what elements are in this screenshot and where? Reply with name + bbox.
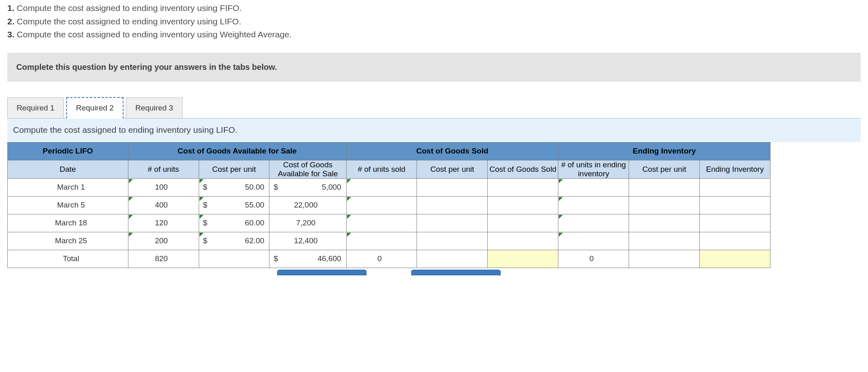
cell-cpu-sold [417,232,488,250]
corner-header: Periodic LIFO [8,142,128,160]
edit-indicator-icon [559,197,563,201]
cell-blank [417,250,488,268]
cell-cost-per-unit-input[interactable]: $60.00 [199,214,269,232]
cell-cpu-sold [417,178,488,196]
instruction-bar: Complete this question by entering your … [7,53,861,82]
edit-indicator-icon [347,197,351,201]
table-row: March 18 120 $60.00 7,200 [8,214,770,232]
cell-blank [199,250,269,268]
edit-indicator-icon [559,215,563,219]
col-ending-inventory: Ending Inventory [700,160,770,178]
cell-ending-inventory [700,232,770,250]
edit-indicator-icon [200,233,204,237]
col-cost-per-unit: Cost per unit [199,160,269,178]
edit-indicator-icon [129,233,133,237]
cell-date: March 18 [8,214,128,232]
cell-date: March 1 [8,178,128,196]
cell-date: March 25 [8,232,128,250]
cell-units-input[interactable]: 200 [128,232,199,250]
prev-button[interactable] [277,270,367,275]
table-total-row: Total 820 $46,600 0 0 [8,250,770,268]
cell-cpu-sold [417,196,488,214]
tabs-row: Required 1 Required 2 Required 3 [7,94,868,118]
cell-total-cogs-available: $46,600 [269,250,346,268]
tab-required-3[interactable]: Required 3 [126,97,182,119]
group-header-ending: Ending Inventory [558,142,770,160]
cell-cogs-available: $5,000 [269,178,346,196]
col-cost-per-unit-end: Cost per unit [629,160,700,178]
cell-ending-inventory [700,196,770,214]
cell-total-label: Total [8,250,128,268]
edit-indicator-icon [200,179,204,183]
cell-cost-per-unit-input[interactable]: $62.00 [199,232,269,250]
cell-total-cogs[interactable] [488,250,558,268]
edit-indicator-icon [200,197,204,201]
cell-cpu-end [629,232,700,250]
cell-total-units: 820 [128,250,199,268]
cell-units-ending-input[interactable] [558,196,629,214]
group-header-available: Cost of Goods Available for Sale [128,142,346,160]
cell-units-sold-input[interactable] [346,178,417,196]
cell-units-ending-input[interactable] [558,214,629,232]
edit-indicator-icon [200,215,204,219]
cell-cpu-end [629,214,700,232]
cell-total-ending-inventory[interactable] [700,250,770,268]
edit-indicator-icon [559,179,563,183]
edit-indicator-icon [129,215,133,219]
edit-indicator-icon [347,179,351,183]
cell-units-sold-input[interactable] [346,214,417,232]
cell-units-input[interactable]: 400 [128,196,199,214]
cell-cogs [488,196,558,214]
lifo-table: Periodic LIFO Cost of Goods Available fo… [7,142,770,268]
edit-indicator-icon [347,233,351,237]
col-date: Date [8,160,128,178]
question-2: 2. Compute the cost assigned to ending i… [7,15,861,28]
cell-total-units-ending: 0 [558,250,629,268]
cell-cogs [488,178,558,196]
cell-cogs [488,214,558,232]
cell-date: March 5 [8,196,128,214]
col-units-sold: # of units sold [346,160,417,178]
next-button[interactable] [411,270,501,275]
tab-required-1[interactable]: Required 1 [7,97,64,119]
cell-units-input[interactable]: 100 [128,178,199,196]
cell-units-ending-input[interactable] [558,178,629,196]
cell-total-units-sold: 0 [346,250,417,268]
cell-units-input[interactable]: 120 [128,214,199,232]
tab-prompt: Compute the cost assigned to ending inve… [7,118,861,142]
table-row: March 5 400 $55.00 22,000 [8,196,770,214]
table-row: March 25 200 $62.00 12,400 [8,232,770,250]
question-1: 1. Compute the cost assigned to ending i… [7,2,861,15]
cell-ending-inventory [700,178,770,196]
tab-required-2[interactable]: Required 2 [66,97,124,119]
cell-blank [629,250,700,268]
edit-indicator-icon [347,215,351,219]
cell-cpu-end [629,196,700,214]
col-cost-per-unit-sold: Cost per unit [417,160,488,178]
footer-nav [7,270,770,275]
question-list: 1. Compute the cost assigned to ending i… [0,0,868,45]
col-cogs: Cost of Goods Sold [488,160,558,178]
cell-cost-per-unit-input[interactable]: $50.00 [199,178,269,196]
cell-units-ending-input[interactable] [558,232,629,250]
edit-indicator-icon [129,197,133,201]
cell-units-sold-input[interactable] [346,232,417,250]
cell-cpu-end [629,178,700,196]
edit-indicator-icon [129,179,133,183]
cell-cost-per-unit-input[interactable]: $55.00 [199,196,269,214]
col-cogs-available: Cost of Goods Available for Sale [269,160,346,178]
cell-cogs-available: 7,200 [269,214,346,232]
table-row: March 1 100 $50.00 $5,000 [8,178,770,196]
cell-cogs-available: 22,000 [269,196,346,214]
edit-indicator-icon [559,233,563,237]
cell-cogs-available: 12,400 [269,232,346,250]
col-units: # of units [128,160,199,178]
cell-units-sold-input[interactable] [346,196,417,214]
cell-cogs [488,232,558,250]
col-units-ending: # of units in ending inventory [558,160,629,178]
cell-ending-inventory [700,214,770,232]
cell-cpu-sold [417,214,488,232]
group-header-cogs: Cost of Goods Sold [346,142,558,160]
question-3: 3. Compute the cost assigned to ending i… [7,28,861,41]
